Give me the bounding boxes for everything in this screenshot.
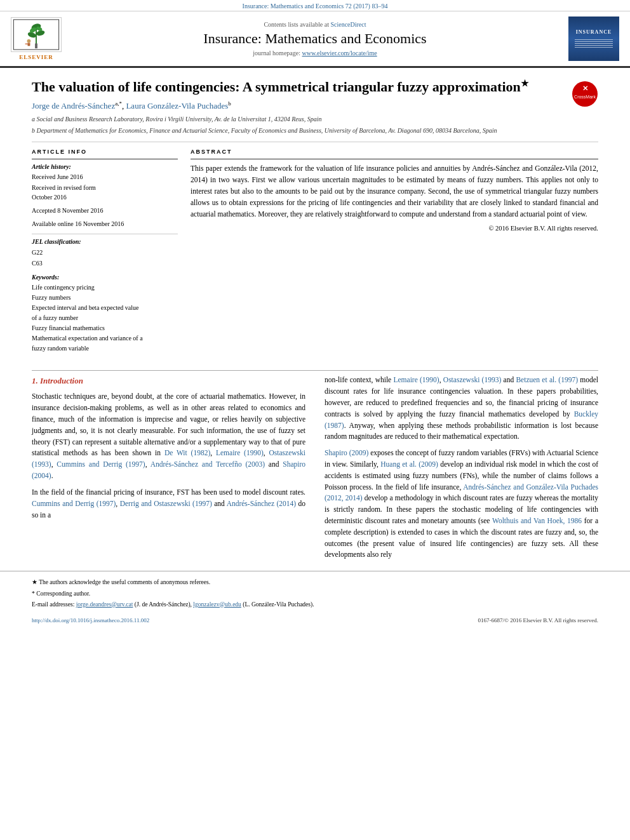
svg-rect-8 — [35, 43, 37, 48]
keyword-1: Life contingency pricing — [32, 283, 178, 293]
contents-available-line: Contents lists available at ScienceDirec… — [65, 21, 565, 28]
article-info-heading: ARTICLE INFO — [32, 149, 178, 155]
article-title: The valuation of life contingencies: A s… — [32, 78, 598, 97]
footnote-corresponding: * Corresponding author. — [32, 589, 598, 598]
elsevier-logo: ELSEVIER — [8, 17, 65, 60]
ref-cummins1[interactable]: Cummins and Derrig (1997) — [57, 460, 145, 468]
main-body: 1. Introduction Stochastic techniques ar… — [0, 375, 630, 566]
footnote-emails: E-mail addresses: jorge.deandres@urv.cat… — [32, 600, 598, 609]
ref-derrig-ostaszewski[interactable]: Derrig and Ostaszewski (1997) — [120, 500, 212, 507]
intro-p2: In the field of the financial pricing of… — [32, 487, 305, 521]
info-mid-rule — [32, 234, 178, 234]
affiliation-a: a Social and Business Research Laborator… — [32, 115, 598, 124]
copyright-text: © 2016 Elsevier B.V. All rights reserved… — [191, 225, 598, 232]
issn-line: 0167-6687/© 2016 Elsevier B.V. All right… — [478, 617, 598, 623]
ref-wolthuis[interactable]: Wolthuis and Van Hoek, 1986 — [492, 517, 582, 524]
section1-title: 1. Introduction — [32, 375, 305, 387]
article-content: ✕ CrossMark The valuation of life contin… — [0, 68, 630, 366]
footnotes-section: ★ The authors acknowledge the useful com… — [0, 571, 630, 615]
ref-huang[interactable]: Huang et al. (2009) — [380, 460, 438, 468]
available-date: Available online 16 November 2016 — [32, 219, 178, 229]
header-divider — [32, 142, 598, 142]
history-heading: Article history: — [32, 163, 178, 170]
footnote-star: ★ The authors acknowledge the useful com… — [32, 578, 598, 587]
keyword-4: Fuzzy financial mathematics — [32, 323, 178, 333]
body-col-right: non-life context, while Lemaire (1990), … — [325, 375, 598, 566]
article-title-block: ✕ CrossMark The valuation of life contin… — [32, 78, 598, 97]
ref-cummins2[interactable]: Cummins and Derrig (1997) — [32, 500, 116, 507]
email2-link[interactable]: lgonzalezv@ub.edu — [193, 601, 241, 608]
abstract-heading: ABSTRACT — [191, 149, 598, 155]
and-text: and — [504, 376, 514, 383]
svg-rect-11 — [25, 43, 30, 44]
authors-line: Jorge de Andrés-Sáncheza,*, Laura Gonzál… — [32, 100, 598, 111]
keyword-5: Mathematical expectation and variance of… — [32, 333, 178, 354]
jel-c63: C63 — [32, 258, 178, 269]
accepted-date: Accepted 8 November 2016 — [32, 206, 178, 215]
crossmark-badge: ✕ CrossMark — [572, 81, 598, 110]
ref-betzuen[interactable]: Betzuen et al. (1997) — [516, 376, 578, 383]
ref-lemaire1[interactable]: Lemaire (1990) — [216, 449, 264, 457]
elsevier-label: ELSEVIER — [19, 54, 53, 60]
keyword-3: Expected interval and beta expected valu… — [32, 303, 178, 323]
bottom-bar: http://dx.doi.org/10.1016/j.insmatheco.2… — [0, 615, 630, 626]
ref-lemaire2[interactable]: Lemaire (1990) — [393, 376, 439, 383]
affiliation-b: b Department of Mathematics for Economic… — [32, 126, 598, 135]
doi-link-line: http://dx.doi.org/10.1016/j.insmatheco.2… — [32, 617, 149, 623]
homepage-link[interactable]: www.elsevier.com/locate/ime — [302, 50, 377, 57]
body-columns: 1. Introduction Stochastic techniques ar… — [32, 375, 598, 566]
svg-text:CrossMark: CrossMark — [574, 95, 596, 99]
article-info-col: ARTICLE INFO Article history: Received J… — [32, 149, 178, 354]
svg-point-9 — [27, 39, 31, 43]
ref-andres-sanchez-2014[interactable]: Andrés-Sánchez (2014) — [227, 500, 296, 507]
email1-link[interactable]: jorge.deandres@urv.cat — [76, 601, 133, 608]
keyword-2: Fuzzy numbers — [32, 293, 178, 303]
body-right-p2: Shapiro (2009) exposes the concept of fu… — [325, 448, 598, 561]
keywords-heading: Keywords: — [32, 274, 178, 281]
ref-ostaszewski2[interactable]: Ostaszewski (1993) — [443, 376, 501, 383]
journal-issue-text: Insurance: Mathematics and Economics 72 … — [243, 3, 388, 10]
ref-andres-gonzalez-2012-2014[interactable]: Andrés-Sánchez and González-Vila Puchade… — [325, 483, 598, 502]
insurance-logo: INSURANCE — [568, 17, 619, 61]
sciencedirect-link[interactable]: ScienceDirect — [330, 21, 366, 28]
journal-header-center: Contents lists available at ScienceDirec… — [65, 21, 565, 57]
received-date: Received June 2016 — [32, 172, 178, 182]
ref-shapiro2[interactable]: Shapiro (2009) — [325, 449, 368, 457]
abstract-col: ABSTRACT This paper extends the framewor… — [191, 149, 598, 354]
intro-p1: Stochastic techniques are, beyond doubt,… — [32, 391, 305, 482]
body-col-left: 1. Introduction Stochastic techniques ar… — [32, 375, 305, 566]
homepage-line: journal homepage: www.elsevier.com/locat… — [65, 50, 565, 57]
abstract-top-rule — [191, 159, 598, 159]
jel-heading: JEL classification: — [32, 238, 178, 245]
jel-g22: G22 — [32, 247, 178, 258]
ref-buckley[interactable]: Buckley (1987) — [325, 410, 598, 429]
author1-link[interactable]: Jorge de Andrés-Sánchez — [32, 101, 115, 110]
body-top-divider — [32, 370, 598, 371]
ref-andres-tercefno[interactable]: Andrés-Sánchez and Tercefño (2003) — [151, 460, 265, 468]
doi-link[interactable]: http://dx.doi.org/10.1016/j.insmatheco.2… — [32, 617, 149, 623]
ref-dewit[interactable]: De Wit (1982) — [164, 449, 210, 457]
revised-date: Received in revised formOctober 2016 — [32, 183, 178, 202]
journal-main-title: Insurance: Mathematics and Economics — [65, 30, 565, 47]
elsevier-logo-image — [11, 17, 62, 52]
author2-link[interactable]: Laura González-Vila Puchades — [126, 101, 228, 110]
body-right-p1: non-life context, while Lemaire (1990), … — [325, 375, 598, 443]
abstract-text: This paper extends the framework for the… — [191, 163, 598, 220]
info-top-rule — [32, 159, 178, 159]
keywords-block: Keywords: Life contingency pricing Fuzzy… — [32, 274, 178, 354]
insurance-logo-box: INSURANCE — [565, 17, 622, 61]
article-info-abstract: ARTICLE INFO Article history: Received J… — [32, 149, 598, 354]
journal-info-bar: Insurance: Mathematics and Economics 72 … — [0, 0, 630, 11]
journal-header: ELSEVIER Contents lists available at Sci… — [0, 11, 630, 68]
svg-text:✕: ✕ — [582, 84, 588, 92]
